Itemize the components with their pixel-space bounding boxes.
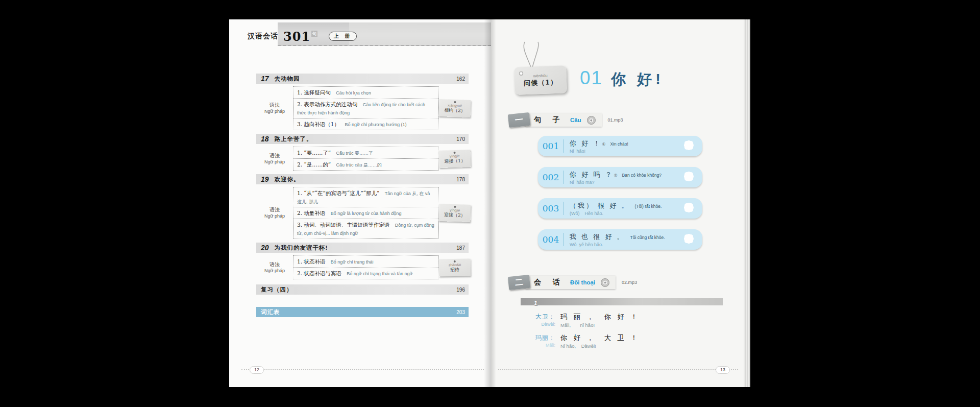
grammar-item-zh: 2. 动量补语	[297, 210, 325, 216]
grammar-item: 2. 状态补语与宾语 Bổ ngữ chỉ trạng thái và tân …	[293, 268, 438, 279]
toc-lesson-body: 语法 Ngữ pháp 1. “要……了” Cấu trúc 要……了 2. “…	[256, 144, 469, 174]
grammar-item-vi: Cấu trúc 要……了	[336, 151, 374, 156]
grammar-label: 语法 Ngữ pháp	[256, 255, 293, 279]
review-page-number: 196	[456, 287, 469, 293]
toc-lesson-17: 17 去动物园 162 语法 Ngữ pháp 1. 选择疑问句 Câu hỏi	[256, 74, 469, 134]
toc-lesson-heading: 17 去动物园 162	[256, 74, 469, 84]
grammar-label-zh: 语法	[270, 152, 280, 159]
divider	[564, 171, 564, 184]
flower-icon	[687, 143, 691, 148]
footnote-marker: ②	[614, 173, 617, 178]
sentence-vi: Bạn có khỏe không?	[622, 173, 662, 178]
divider	[564, 139, 564, 153]
lesson-number: 20	[261, 244, 269, 252]
grammar-label-zh: 语法	[270, 261, 280, 268]
toc-lesson-body: 语法 Ngữ pháp 1. 状态补语 Bổ ngữ chỉ trạng thá…	[256, 253, 469, 283]
audio-file-label: 01.mp3	[608, 117, 623, 123]
lesson-title-block: 01 你 好!	[580, 67, 664, 90]
footnote-marker: ①	[602, 142, 605, 147]
toc-vocab-row: 词汇表 203	[256, 307, 469, 317]
vocab-page-number: 203	[456, 309, 469, 315]
grammar-item: 1. “要……了” Cấu trúc 要……了	[293, 147, 438, 159]
lesson-number: 01	[580, 67, 603, 89]
cd-icon	[587, 116, 596, 125]
sentence-pinyin: Nǐ hǎo!	[570, 149, 628, 154]
audio-file-label: 02.mp3	[622, 280, 637, 285]
section-two-ribbon: 二	[508, 275, 530, 290]
grammar-item: 2. 表示动作方式的连动句 Câu liên động từ cho biết …	[293, 99, 438, 118]
toc-lesson-body: 语法 Ngữ pháp 1. 选择疑问句 Câu hỏi lựa chọn 2.…	[256, 84, 469, 134]
tag-hole	[519, 71, 523, 76]
grammar-item-vi: Cấu trúc câu 是……的	[336, 162, 382, 167]
grammar-label-vi: Ngữ pháp	[264, 108, 285, 115]
sentence-number: 004	[538, 234, 564, 245]
grammar-item-vi: Câu hỏi lựa chọn	[336, 90, 371, 95]
grammar-label: 语法 Ngữ pháp	[256, 86, 293, 130]
grammar-label-zh: 语法	[270, 102, 280, 108]
grammar-item-zh: 3. 趋向补语（1）	[297, 121, 339, 127]
lesson-title: 路上辛苦了。	[275, 135, 313, 143]
speaker-name-zh: 大卫：	[527, 313, 555, 321]
right-page: wènhòu 问候（1） 01 你 好! 一 句 子 Câu 01.mp3 00	[491, 19, 750, 387]
toc-lesson-body: 语法 Ngữ pháp 1. “从”“在”的宾语与“这儿”“那儿” Tân ng…	[256, 184, 469, 243]
flower-icon	[687, 205, 691, 210]
grammar-label-vi: Ngữ pháp	[264, 213, 285, 220]
sentence-row-004: 004 我 也 很 好 。 Tôi cũng rất khỏe. Wǒ yě h…	[538, 229, 702, 250]
dialogue-pinyin: Mǎli, nǐ hǎo!	[560, 322, 640, 328]
toc-review-row: 复习（四） 196	[256, 284, 469, 295]
toc-lesson-19: 19 欢迎你。 178 语法 Ngữ pháp 1. “从”“在”的宾语与“这儿…	[256, 174, 469, 243]
sticky-zh: 迎接（2）	[440, 211, 469, 219]
tag-title: 问候（1）	[524, 77, 558, 87]
grammar-item-vi: Bổ ngữ chỉ phương hướng (1)	[345, 122, 407, 127]
page-edges	[744, 19, 750, 387]
sentence-zh: 你 好 ！	[570, 139, 601, 148]
sticky-note: yíngjiē 迎接（1）	[438, 149, 471, 167]
dialogue-zh: 你 好 ， 大 卫 ！	[560, 333, 640, 343]
series-title: 汉语会话	[248, 32, 278, 41]
book-header: 汉语会话 301 句 上 册	[248, 29, 357, 44]
grammar-item: 2. 动量补语 Bổ ngữ là lượng từ của hành động	[293, 207, 438, 219]
section-one-ribbon: 一	[508, 112, 530, 128]
sentence-row-001: 001 你 好 ！ ① Xin chào! Nǐ hǎo!	[538, 136, 702, 156]
section-title-vi: Câu	[570, 117, 581, 123]
lesson-title: 为我们的友谊干杯!	[275, 244, 328, 252]
lesson-page-number: 170	[456, 136, 469, 142]
sentence-number: 003	[538, 203, 564, 213]
dialogue-number: 1	[534, 300, 537, 307]
sentence-content: 你 好 ！ ① Xin chào! Nǐ hǎo!	[570, 139, 628, 154]
sticky-zh: 迎接（1）	[440, 157, 469, 165]
sentence-content: 你 好 吗 ？ ② Bạn có khỏe không? Nǐ hǎo ma?	[570, 170, 662, 185]
sentence-pinyin: Wǒ yě hěn hǎo.	[570, 242, 665, 247]
sentence-zh: 我 也 很 好 。	[570, 232, 625, 242]
sentence-pinyin: (Wǒ) Hěn hǎo.	[570, 211, 662, 216]
grammar-item-zh: 2. 表示动作方式的连动句	[297, 101, 357, 107]
section-title-vi: Đối thoại	[570, 279, 595, 285]
sentence-row-002: 002 你 好 吗 ？ ② Bạn có khỏe không? Nǐ hǎo …	[538, 167, 702, 187]
section-title-zh: 句 子	[534, 115, 565, 125]
dialogue-number-bar: 1	[521, 298, 723, 305]
grammar-item-vi: Bổ ngữ chỉ trạng thái	[331, 259, 374, 265]
dialogue-pinyin: Nǐ hǎo, Dàwèi!	[560, 343, 640, 349]
grammar-item-zh: 2. 状态补语与宾语	[297, 270, 341, 276]
screen-background: 汉语会话 301 句 上 册 17 去动物园 162 语法 Ng	[0, 0, 980, 407]
sentence-row-003: 003 （我） 很 好 。 (Tôi) rất khỏe. (Wǒ) Hěn h…	[538, 198, 702, 219]
sticky-note: yíngjiē 迎接（2）	[438, 204, 471, 222]
section-heading-paper: 句 子 Câu	[526, 113, 602, 127]
section-title-zh: 会 话	[534, 278, 565, 287]
volume-badge: 上 册	[329, 32, 357, 41]
topic-tag: wènhòu 问候（1）	[514, 65, 567, 95]
grammar-label: 语法 Ngữ pháp	[256, 147, 293, 171]
dialogue-line: 大卫： Dàwèi: 玛 丽 ， 你 好 ！ Mǎli, nǐ hǎo!	[527, 313, 640, 328]
sentence-vi: Xin chào!	[610, 141, 628, 147]
flower-icon	[687, 236, 691, 241]
toc-lesson-heading: 18 路上辛苦了。 170	[256, 134, 469, 144]
grammar-item: 1. “从”“在”的宾语与“这儿”“那儿” Tân ngữ của 从, 在 v…	[293, 187, 438, 207]
grammar-items: 1. 状态补语 Bổ ngữ chỉ trạng thái 2. 状态补语与宾语…	[293, 255, 439, 279]
page-number-right: 13	[716, 366, 730, 374]
sentence-pinyin: Nǐ hǎo ma?	[570, 180, 662, 185]
left-page: 汉语会话 301 句 上 册 17 去动物园 162 语法 Ng	[229, 19, 491, 387]
lesson-number: 17	[261, 75, 269, 83]
grammar-item-zh: 3. 动词、动词短语、主谓短语等作定语	[297, 222, 389, 228]
grammar-label-vi: Ngữ pháp	[264, 159, 285, 165]
grammar-item: 3. 动词、动词短语、主谓短语等作定语 Động từ, cụm động từ…	[293, 219, 438, 238]
